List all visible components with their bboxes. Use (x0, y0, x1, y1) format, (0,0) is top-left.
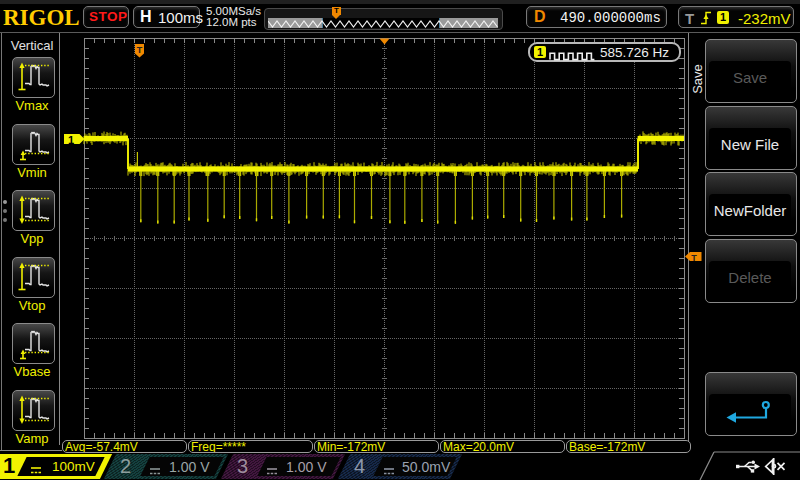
svg-text:1: 1 (68, 134, 74, 146)
svg-text:T: T (691, 253, 697, 263)
svg-text:T: T (137, 45, 143, 55)
